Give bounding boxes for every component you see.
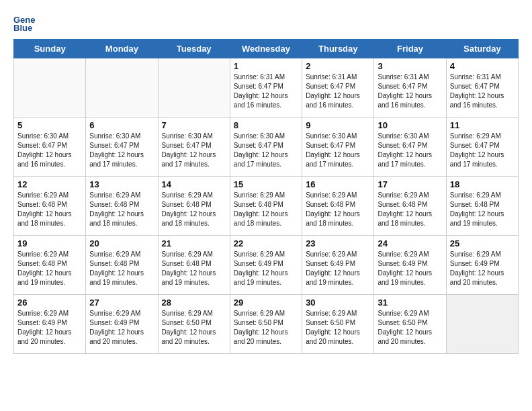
day-number: 5 bbox=[17, 120, 82, 130]
day-number: 29 bbox=[234, 298, 298, 308]
day-info: Sunrise: 6:29 AM Sunset: 6:49 PM Dayligh… bbox=[378, 250, 442, 287]
weekday-header-friday: Friday bbox=[374, 40, 446, 58]
day-cell: 27Sunrise: 6:29 AM Sunset: 6:49 PM Dayli… bbox=[86, 295, 158, 354]
day-cell: 30Sunrise: 6:29 AM Sunset: 6:50 PM Dayli… bbox=[302, 295, 374, 354]
day-number: 24 bbox=[378, 238, 442, 248]
day-number: 27 bbox=[89, 298, 154, 308]
day-info: Sunrise: 6:29 AM Sunset: 6:48 PM Dayligh… bbox=[162, 250, 226, 287]
day-cell: 12Sunrise: 6:29 AM Sunset: 6:48 PM Dayli… bbox=[14, 177, 86, 236]
day-info: Sunrise: 6:31 AM Sunset: 6:47 PM Dayligh… bbox=[234, 73, 298, 110]
day-number: 17 bbox=[378, 179, 442, 189]
day-number: 12 bbox=[17, 179, 82, 189]
day-info: Sunrise: 6:29 AM Sunset: 6:50 PM Dayligh… bbox=[162, 309, 226, 347]
day-info: Sunrise: 6:30 AM Sunset: 6:47 PM Dayligh… bbox=[306, 132, 370, 169]
week-row-1: 1Sunrise: 6:31 AM Sunset: 6:47 PM Daylig… bbox=[14, 58, 519, 118]
logo-icon: General Blue bbox=[13, 13, 35, 32]
day-number: 13 bbox=[89, 179, 154, 189]
day-cell: 29Sunrise: 6:29 AM Sunset: 6:50 PM Dayli… bbox=[230, 295, 302, 354]
week-row-5: 26Sunrise: 6:29 AM Sunset: 6:49 PM Dayli… bbox=[14, 295, 519, 354]
weekday-header-tuesday: Tuesday bbox=[158, 40, 230, 58]
day-cell: 22Sunrise: 6:29 AM Sunset: 6:49 PM Dayli… bbox=[230, 236, 302, 295]
day-cell bbox=[158, 58, 230, 118]
day-number: 19 bbox=[17, 238, 82, 248]
day-cell: 21Sunrise: 6:29 AM Sunset: 6:48 PM Dayli… bbox=[158, 236, 230, 295]
day-number: 10 bbox=[378, 120, 442, 130]
day-info: Sunrise: 6:30 AM Sunset: 6:47 PM Dayligh… bbox=[162, 132, 226, 169]
day-number: 11 bbox=[450, 120, 515, 130]
weekday-header-saturday: Saturday bbox=[446, 40, 518, 58]
day-cell: 23Sunrise: 6:29 AM Sunset: 6:49 PM Dayli… bbox=[302, 236, 374, 295]
day-cell: 6Sunrise: 6:30 AM Sunset: 6:47 PM Daylig… bbox=[86, 118, 158, 177]
day-info: Sunrise: 6:29 AM Sunset: 6:50 PM Dayligh… bbox=[234, 309, 298, 347]
day-cell: 9Sunrise: 6:30 AM Sunset: 6:47 PM Daylig… bbox=[302, 118, 374, 177]
day-info: Sunrise: 6:29 AM Sunset: 6:48 PM Dayligh… bbox=[234, 191, 298, 228]
day-cell: 14Sunrise: 6:29 AM Sunset: 6:48 PM Dayli… bbox=[158, 177, 230, 236]
day-info: Sunrise: 6:31 AM Sunset: 6:47 PM Dayligh… bbox=[450, 73, 515, 110]
day-info: Sunrise: 6:30 AM Sunset: 6:47 PM Dayligh… bbox=[378, 132, 442, 169]
day-cell: 8Sunrise: 6:30 AM Sunset: 6:47 PM Daylig… bbox=[230, 118, 302, 177]
day-info: Sunrise: 6:29 AM Sunset: 6:48 PM Dayligh… bbox=[89, 191, 154, 228]
weekday-header-wednesday: Wednesday bbox=[230, 40, 302, 58]
day-info: Sunrise: 6:29 AM Sunset: 6:48 PM Dayligh… bbox=[450, 191, 515, 228]
day-number: 22 bbox=[234, 238, 298, 248]
week-row-2: 5Sunrise: 6:30 AM Sunset: 6:47 PM Daylig… bbox=[14, 118, 519, 177]
day-number: 2 bbox=[306, 61, 370, 71]
day-info: Sunrise: 6:29 AM Sunset: 6:48 PM Dayligh… bbox=[306, 191, 370, 228]
day-number: 21 bbox=[162, 238, 226, 248]
week-row-4: 19Sunrise: 6:29 AM Sunset: 6:48 PM Dayli… bbox=[14, 236, 519, 295]
weekday-header-monday: Monday bbox=[86, 40, 158, 58]
weekday-header-row: SundayMondayTuesdayWednesdayThursdayFrid… bbox=[14, 40, 519, 58]
day-cell: 19Sunrise: 6:29 AM Sunset: 6:48 PM Dayli… bbox=[14, 236, 86, 295]
day-cell: 25Sunrise: 6:29 AM Sunset: 6:49 PM Dayli… bbox=[446, 236, 518, 295]
day-cell: 10Sunrise: 6:30 AM Sunset: 6:47 PM Dayli… bbox=[374, 118, 446, 177]
day-number: 1 bbox=[234, 61, 298, 71]
day-cell: 7Sunrise: 6:30 AM Sunset: 6:47 PM Daylig… bbox=[158, 118, 230, 177]
day-number: 14 bbox=[162, 179, 226, 189]
day-cell: 28Sunrise: 6:29 AM Sunset: 6:50 PM Dayli… bbox=[158, 295, 230, 354]
weekday-header-sunday: Sunday bbox=[14, 40, 86, 58]
day-number: 23 bbox=[306, 238, 370, 248]
day-cell: 15Sunrise: 6:29 AM Sunset: 6:48 PM Dayli… bbox=[230, 177, 302, 236]
day-number: 18 bbox=[450, 179, 515, 189]
day-number: 20 bbox=[89, 238, 154, 248]
day-cell: 2Sunrise: 6:31 AM Sunset: 6:47 PM Daylig… bbox=[302, 58, 374, 118]
day-cell: 5Sunrise: 6:30 AM Sunset: 6:47 PM Daylig… bbox=[14, 118, 86, 177]
day-number: 15 bbox=[234, 179, 298, 189]
day-number: 31 bbox=[378, 298, 442, 308]
day-number: 16 bbox=[306, 179, 370, 189]
day-cell: 17Sunrise: 6:29 AM Sunset: 6:48 PM Dayli… bbox=[374, 177, 446, 236]
day-number: 9 bbox=[306, 120, 370, 130]
day-info: Sunrise: 6:29 AM Sunset: 6:50 PM Dayligh… bbox=[378, 309, 442, 347]
day-info: Sunrise: 6:29 AM Sunset: 6:48 PM Dayligh… bbox=[89, 250, 154, 287]
day-info: Sunrise: 6:29 AM Sunset: 6:49 PM Dayligh… bbox=[450, 250, 515, 287]
day-number: 30 bbox=[306, 298, 370, 308]
day-info: Sunrise: 6:29 AM Sunset: 6:50 PM Dayligh… bbox=[306, 309, 370, 347]
day-cell bbox=[86, 58, 158, 118]
day-number: 4 bbox=[450, 61, 515, 71]
day-cell: 13Sunrise: 6:29 AM Sunset: 6:48 PM Dayli… bbox=[86, 177, 158, 236]
calendar-table: SundayMondayTuesdayWednesdayThursdayFrid… bbox=[13, 39, 519, 354]
day-info: Sunrise: 6:29 AM Sunset: 6:47 PM Dayligh… bbox=[450, 132, 515, 169]
day-number: 26 bbox=[17, 298, 82, 308]
weekday-header-thursday: Thursday bbox=[302, 40, 374, 58]
day-info: Sunrise: 6:29 AM Sunset: 6:48 PM Dayligh… bbox=[378, 191, 442, 228]
day-cell: 18Sunrise: 6:29 AM Sunset: 6:48 PM Dayli… bbox=[446, 177, 518, 236]
day-info: Sunrise: 6:31 AM Sunset: 6:47 PM Dayligh… bbox=[306, 73, 370, 110]
day-info: Sunrise: 6:29 AM Sunset: 6:49 PM Dayligh… bbox=[306, 250, 370, 287]
day-cell bbox=[14, 58, 86, 118]
day-info: Sunrise: 6:29 AM Sunset: 6:49 PM Dayligh… bbox=[89, 309, 154, 347]
day-cell: 31Sunrise: 6:29 AM Sunset: 6:50 PM Dayli… bbox=[374, 295, 446, 354]
day-cell: 20Sunrise: 6:29 AM Sunset: 6:48 PM Dayli… bbox=[86, 236, 158, 295]
day-number: 6 bbox=[89, 120, 154, 130]
day-cell: 16Sunrise: 6:29 AM Sunset: 6:48 PM Dayli… bbox=[302, 177, 374, 236]
day-info: Sunrise: 6:29 AM Sunset: 6:48 PM Dayligh… bbox=[162, 191, 226, 228]
day-info: Sunrise: 6:30 AM Sunset: 6:47 PM Dayligh… bbox=[17, 132, 82, 169]
day-number: 3 bbox=[378, 61, 442, 71]
day-info: Sunrise: 6:29 AM Sunset: 6:48 PM Dayligh… bbox=[17, 250, 82, 287]
day-info: Sunrise: 6:30 AM Sunset: 6:47 PM Dayligh… bbox=[89, 132, 154, 169]
page-header: General Blue bbox=[13, 13, 519, 32]
day-info: Sunrise: 6:29 AM Sunset: 6:49 PM Dayligh… bbox=[17, 309, 82, 347]
logo: General Blue bbox=[13, 13, 38, 32]
day-info: Sunrise: 6:29 AM Sunset: 6:49 PM Dayligh… bbox=[234, 250, 298, 287]
week-row-3: 12Sunrise: 6:29 AM Sunset: 6:48 PM Dayli… bbox=[14, 177, 519, 236]
